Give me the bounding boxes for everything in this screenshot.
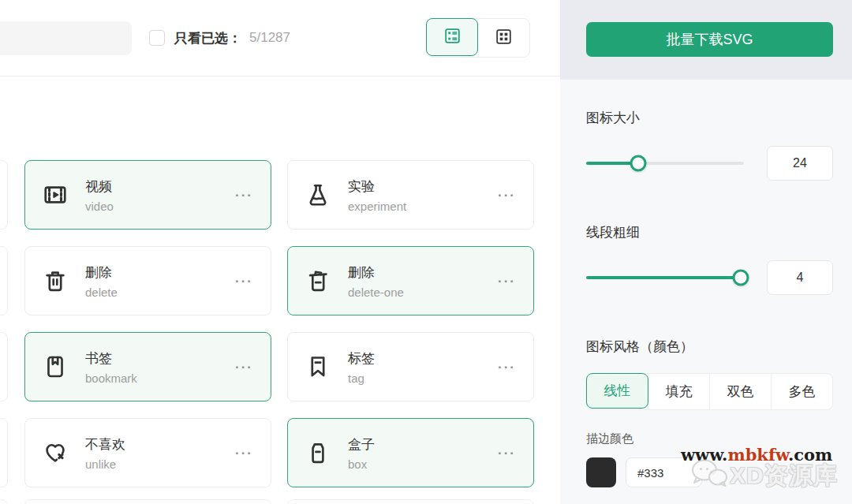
delete-one-icon xyxy=(305,268,331,293)
icon-title: 删除 xyxy=(348,263,404,282)
view-toggle xyxy=(426,18,530,58)
selected-count: 5/1287 xyxy=(249,30,290,46)
main-area: 只看已选： 5/1287 xyxy=(0,0,560,504)
icon-name: delete xyxy=(85,286,118,299)
stroke-width-label: 线段粗细 xyxy=(586,223,833,241)
icon-title: 删除 xyxy=(85,263,118,282)
partial-card[interactable] xyxy=(0,418,8,487)
tag-icon xyxy=(305,354,331,379)
icon-card[interactable]: 书签 bookmark ··· xyxy=(24,332,271,401)
icon-title: 实验 xyxy=(348,177,406,196)
more-button[interactable]: ··· xyxy=(235,274,253,288)
chevron-down-icon[interactable] xyxy=(708,468,718,477)
batch-download-svg-button[interactable]: 批量下载SVG xyxy=(586,22,833,57)
style-tab-1[interactable]: 填充 xyxy=(648,374,709,409)
icon-title: 标签 xyxy=(348,349,375,368)
icon-size-value[interactable]: 24 xyxy=(767,146,833,181)
icon-name: experiment xyxy=(348,200,406,213)
delete-icon xyxy=(43,268,68,293)
more-button[interactable]: ··· xyxy=(498,189,516,202)
more-button[interactable]: ··· xyxy=(498,446,516,460)
stroke-color-value: #333 xyxy=(637,466,663,480)
icon-title: 不喜欢 xyxy=(85,435,125,454)
stroke-width-slider[interactable] xyxy=(586,276,744,279)
icon-name: unlike xyxy=(85,457,125,471)
partial-card[interactable] xyxy=(287,499,534,504)
icon-style-label: 图标风格（颜色） xyxy=(586,338,833,356)
show-selected-checkbox[interactable] xyxy=(149,30,165,46)
show-selected-label: 只看已选： xyxy=(174,29,241,47)
icon-name: video xyxy=(85,200,114,213)
more-button[interactable]: ··· xyxy=(235,360,253,374)
icon-card[interactable]: 不喜欢 unlike ··· xyxy=(24,418,271,487)
icon-size-label: 图标大小 xyxy=(586,80,833,127)
more-button[interactable]: ··· xyxy=(498,360,516,374)
list-view-icon xyxy=(443,26,462,49)
icon-card[interactable]: 标签 tag ··· xyxy=(287,332,534,401)
icon-card[interactable]: 视频 video ··· xyxy=(24,160,271,230)
style-tab-3[interactable]: 多色 xyxy=(771,374,832,409)
stroke-color-swatch[interactable] xyxy=(586,457,616,487)
icon-size-slider-handle[interactable] xyxy=(630,155,647,172)
partial-card[interactable] xyxy=(24,499,271,504)
icon-title: 视频 xyxy=(85,177,114,196)
settings-sidebar: 批量下载SVG 图标大小 24 线段粗细 4 图标风格（颜色） 线性填充双色多色 xyxy=(560,0,852,504)
more-button[interactable]: ··· xyxy=(235,446,253,460)
more-button[interactable]: ··· xyxy=(498,274,516,288)
icon-card[interactable]: 删除 delete-one ··· xyxy=(287,246,534,315)
stroke-width-slider-handle[interactable] xyxy=(733,270,749,286)
partial-card[interactable] xyxy=(0,246,8,315)
grid-view-icon xyxy=(494,27,514,50)
style-tab-2[interactable]: 双色 xyxy=(709,374,771,409)
icon-title: 盒子 xyxy=(348,435,375,454)
icon-card[interactable]: 盒子 box ··· xyxy=(287,418,534,487)
icon-name: delete-one xyxy=(348,286,404,299)
icon-card[interactable]: 实验 experiment ··· xyxy=(287,160,534,230)
bookmark-icon xyxy=(43,354,68,379)
more-button[interactable]: ··· xyxy=(235,189,253,202)
stroke-width-value[interactable]: 4 xyxy=(767,260,833,295)
icon-library-app: 只看已选： 5/1287 xyxy=(0,0,852,504)
search-input[interactable] xyxy=(0,21,132,55)
icon-name: box xyxy=(348,457,375,471)
unlike-icon xyxy=(43,440,68,465)
icon-style-tabs: 线性填充双色多色 xyxy=(586,373,833,410)
icon-size-slider[interactable] xyxy=(586,162,744,165)
video-icon xyxy=(43,182,68,207)
box-icon xyxy=(305,440,331,465)
style-tab-0[interactable]: 线性 xyxy=(586,373,648,409)
sidebar-header: 批量下载SVG xyxy=(560,0,852,80)
icon-card[interactable]: 删除 delete ··· xyxy=(24,246,271,315)
partial-card[interactable] xyxy=(0,332,8,401)
icon-name: tag xyxy=(348,371,375,385)
list-view-button[interactable] xyxy=(426,18,478,56)
stroke-color-label: 描边颜色 xyxy=(586,431,833,446)
grid-view-button[interactable] xyxy=(477,19,529,57)
partial-card[interactable] xyxy=(0,499,8,504)
icon-name: bookmark xyxy=(85,371,137,385)
icon-title: 书签 xyxy=(85,349,137,368)
stroke-color-input[interactable]: #333 xyxy=(626,457,702,487)
icon-grid: 视频 video ··· 实验 experiment ··· 删除 delete… xyxy=(24,160,534,487)
experiment-icon xyxy=(305,182,331,207)
topbar: 只看已选： 5/1287 xyxy=(0,0,560,77)
partial-card[interactable] xyxy=(0,160,8,230)
